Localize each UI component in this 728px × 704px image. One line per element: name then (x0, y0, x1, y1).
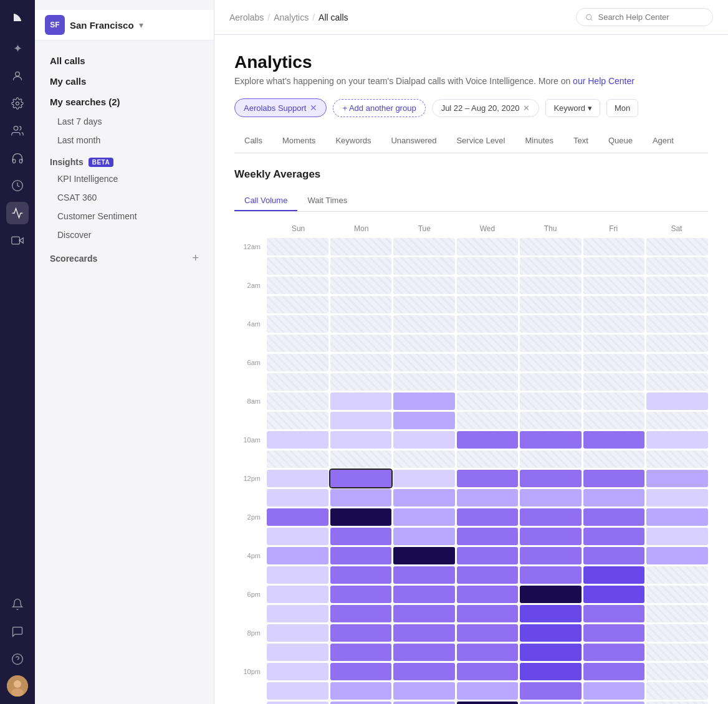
heatmap-cell[interactable] (520, 238, 582, 255)
app-logo[interactable] (7, 7, 27, 27)
heatmap-cell[interactable] (267, 315, 328, 333)
heatmap-cell[interactable] (393, 586, 455, 603)
heatmap-cell[interactable] (267, 354, 328, 371)
heatmap-cell[interactable] (330, 335, 392, 352)
heatmap-cell[interactable] (330, 412, 392, 429)
heatmap-cell[interactable] (583, 354, 645, 371)
breadcrumb-analytics[interactable]: Analytics (274, 12, 309, 22)
tab-calls[interactable]: Calls (234, 130, 272, 153)
heatmap-cell[interactable] (330, 257, 392, 275)
heatmap-cell[interactable] (393, 470, 455, 487)
heatmap-cell[interactable] (583, 624, 645, 642)
heatmap-cell[interactable] (646, 431, 708, 449)
tab-service-level[interactable]: Service Level (446, 130, 515, 153)
heatmap-cell[interactable] (393, 547, 455, 564)
heatmap-cell[interactable] (457, 431, 519, 449)
heatmap-cell[interactable] (646, 702, 708, 704)
sidebar-search-item-0[interactable]: Last 7 days (35, 112, 214, 131)
heatmap-cell[interactable] (457, 412, 519, 429)
heatmap-cell[interactable] (583, 702, 645, 704)
sidebar-search-item-1[interactable]: Last month (35, 131, 214, 150)
search-box[interactable] (576, 8, 713, 26)
heatmap-cell[interactable] (267, 566, 328, 584)
heatmap-cell[interactable] (393, 315, 455, 333)
sidebar-item-all-calls[interactable]: All calls (35, 50, 214, 71)
heatmap-cell[interactable] (330, 682, 392, 700)
heatmap-cell[interactable] (583, 586, 645, 603)
heatmap-cell[interactable] (520, 508, 582, 526)
heatmap-cell[interactable] (583, 412, 645, 429)
heatmap-cell[interactable] (646, 335, 708, 352)
heatmap-cell[interactable] (520, 354, 582, 371)
heatmap-cell[interactable] (267, 605, 328, 622)
heatmap-cell[interactable] (457, 566, 519, 584)
chat-icon[interactable] (6, 621, 29, 643)
tab-unanswered[interactable]: Unanswered (381, 130, 446, 153)
heatmap-cell[interactable] (520, 296, 582, 313)
heatmap-cell[interactable] (583, 315, 645, 333)
heatmap-cell[interactable] (583, 335, 645, 352)
recent-icon[interactable] (6, 174, 29, 197)
heatmap-cell[interactable] (520, 412, 582, 429)
heatmap-cell[interactable] (583, 296, 645, 313)
heatmap-cell[interactable] (646, 373, 708, 391)
heatmap-cell[interactable] (457, 702, 519, 704)
heatmap-cell[interactable] (583, 508, 645, 526)
heatmap-cell[interactable] (267, 470, 328, 487)
heatmap-cell[interactable] (583, 257, 645, 275)
heatmap-cell[interactable] (457, 335, 519, 352)
heatmap-cell[interactable] (393, 624, 455, 642)
heatmap-cell[interactable] (457, 373, 519, 391)
heatmap-cell[interactable] (457, 663, 519, 680)
heatmap-cell[interactable] (457, 586, 519, 603)
heatmap-cell[interactable] (646, 354, 708, 371)
heatmap-cell[interactable] (457, 470, 519, 487)
heatmap-cell[interactable] (457, 547, 519, 564)
heatmap-cell[interactable] (330, 566, 392, 584)
heatmap-cell[interactable] (267, 412, 328, 429)
heatmap-cell[interactable] (267, 373, 328, 391)
heatmap-cell[interactable] (393, 296, 455, 313)
heatmap-cell[interactable] (520, 528, 582, 545)
heatmap-cell[interactable] (393, 431, 455, 449)
heatmap-cell[interactable] (267, 508, 328, 526)
heatmap-cell[interactable] (267, 624, 328, 642)
search-input[interactable] (598, 12, 704, 22)
tab-moments[interactable]: Moments (272, 130, 325, 153)
heatmap-cell[interactable] (646, 296, 708, 313)
sidebar-customer-sentiment[interactable]: Customer Sentiment (35, 207, 214, 226)
heatmap-cell[interactable] (267, 528, 328, 545)
heatmap-cell[interactable] (583, 547, 645, 564)
video-icon[interactable] (6, 229, 29, 252)
tab-keywords[interactable]: Keywords (325, 130, 381, 153)
heatmap-cell[interactable] (393, 644, 455, 661)
heatmap-cell[interactable] (457, 624, 519, 642)
heatmap-cell[interactable] (583, 238, 645, 255)
heatmap-cell[interactable] (393, 335, 455, 352)
heatmap-cell[interactable] (267, 682, 328, 700)
heatmap-cell[interactable] (646, 566, 708, 584)
heatmap-cell[interactable] (267, 257, 328, 275)
heatmap-cell[interactable] (393, 354, 455, 371)
heatmap-cell[interactable] (330, 277, 392, 294)
heatmap-cell[interactable] (583, 605, 645, 622)
heatmap-cell[interactable] (330, 470, 392, 487)
heatmap-cell[interactable] (457, 508, 519, 526)
heatmap-cell[interactable] (267, 296, 328, 313)
heatmap-cell[interactable] (393, 605, 455, 622)
heatmap-cell[interactable] (330, 644, 392, 661)
heatmap-cell[interactable] (330, 586, 392, 603)
scorecards-add-icon[interactable]: + (192, 252, 199, 265)
heatmap-cell[interactable] (520, 373, 582, 391)
heatmap-cell[interactable] (330, 702, 392, 704)
heatmap-cell[interactable] (393, 528, 455, 545)
workspace-selector[interactable]: SF San Francisco ▾ (35, 10, 214, 40)
scorecards-section[interactable]: Scorecards + (35, 244, 214, 267)
group-tag-remove[interactable]: ✕ (310, 103, 317, 113)
heatmap-cell[interactable] (520, 489, 582, 507)
heatmap-cell[interactable] (267, 586, 328, 603)
heatmap-cell[interactable] (267, 392, 328, 410)
heatmap-cell[interactable] (267, 547, 328, 564)
heatmap-cell[interactable] (457, 682, 519, 700)
heatmap-cell[interactable] (646, 624, 708, 642)
